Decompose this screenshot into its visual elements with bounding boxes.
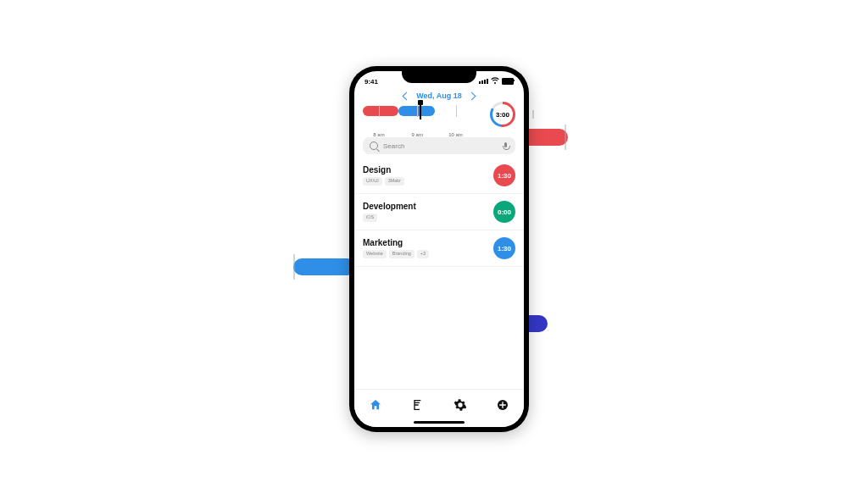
- search-placeholder: Search: [383, 142, 498, 150]
- phone-screen: 9:41 Wed, Aug 18: [354, 71, 524, 427]
- current-date-label[interactable]: Wed, Aug 18: [416, 92, 462, 100]
- bg-tick-3: [293, 254, 295, 280]
- timeline-bar-red: [363, 106, 398, 116]
- project-duration-value: 1:30: [498, 172, 511, 180]
- cellular-icon: [479, 79, 488, 84]
- project-duration-value: 0:00: [498, 208, 511, 216]
- project-duration-badge[interactable]: 0:00: [493, 201, 515, 223]
- timeline-label-9: 9 am: [412, 132, 423, 137]
- tab-add[interactable]: [496, 398, 509, 412]
- bg-streak-blue: [293, 258, 356, 275]
- tag: 3Makr: [385, 177, 404, 186]
- timeline-track: [363, 105, 487, 117]
- search-icon: [370, 141, 378, 150]
- timeline-playhead[interactable]: [420, 103, 421, 119]
- tab-reports[interactable]: [411, 398, 425, 412]
- timeline-tick-9: [417, 105, 418, 117]
- project-duration-value: 1:30: [498, 245, 511, 252]
- project-list: Design UX/UI 3Makr 1:30 Development: [354, 158, 524, 267]
- bg-tick-2: [565, 125, 566, 150]
- tag: UX/UI: [363, 177, 382, 186]
- total-time-value: 3:00: [496, 111, 509, 119]
- project-title: Marketing: [363, 238, 493, 247]
- day-timeline[interactable]: 8 am 9 am 10 am 3:00: [363, 103, 515, 132]
- project-title: Development: [363, 202, 493, 211]
- tab-settings[interactable]: [453, 398, 467, 412]
- next-day-button[interactable]: [467, 92, 476, 100]
- total-time-ring[interactable]: 3:00: [490, 102, 515, 127]
- timeline-label-8: 8 am: [373, 132, 384, 137]
- home-indicator: [414, 421, 465, 424]
- project-title: Design: [363, 165, 493, 175]
- wifi-icon: [491, 77, 499, 86]
- tab-home[interactable]: [369, 398, 382, 412]
- bg-tick-1: [532, 110, 534, 119]
- phone-frame: 9:41 Wed, Aug 18: [349, 66, 529, 432]
- project-duration-badge[interactable]: 1:30: [493, 164, 515, 186]
- status-time: 9:41: [364, 78, 378, 86]
- timeline-tick-8: [379, 105, 380, 117]
- list-item[interactable]: Development iOS 0:00: [354, 194, 524, 230]
- project-tags: Website Branding +3: [363, 250, 493, 258]
- mic-icon[interactable]: [503, 142, 509, 150]
- stage: { "status": { "time": "9:41" }, "date_na…: [0, 0, 868, 488]
- date-navigator: Wed, Aug 18: [354, 88, 524, 102]
- timeline-label-10: 10 am: [448, 132, 463, 137]
- project-tags: iOS: [363, 214, 493, 222]
- prev-day-button[interactable]: [403, 92, 411, 100]
- phone-notch: [402, 71, 476, 83]
- search-input[interactable]: Search: [363, 137, 515, 154]
- tag: Website: [363, 250, 387, 258]
- list-item[interactable]: Marketing Website Branding +3 1:30: [354, 230, 524, 267]
- status-indicators: [479, 77, 514, 86]
- timeline-tick-10: [456, 105, 457, 117]
- tag: Branding: [389, 250, 415, 258]
- list-item[interactable]: Design UX/UI 3Makr 1:30: [354, 158, 524, 194]
- project-duration-badge[interactable]: 1:30: [493, 237, 515, 259]
- battery-icon: [502, 78, 514, 85]
- tag: iOS: [363, 214, 377, 222]
- project-tags: UX/UI 3Makr: [363, 177, 493, 186]
- tag: +3: [417, 250, 429, 258]
